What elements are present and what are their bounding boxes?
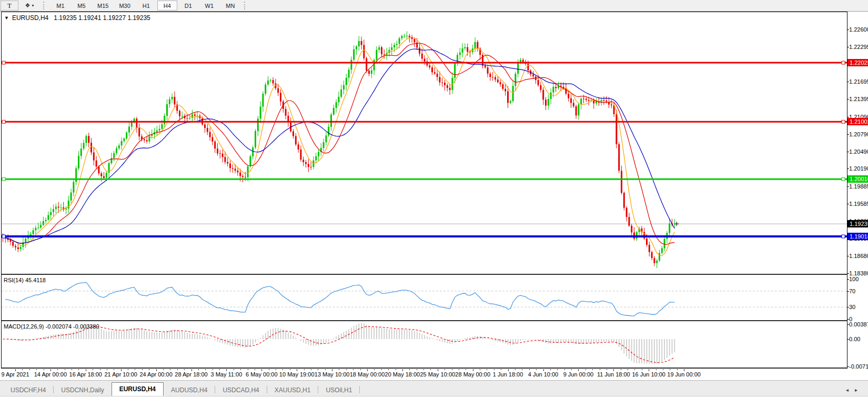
line-anchor[interactable] (842, 120, 845, 123)
line-anchor[interactable] (842, 235, 845, 238)
candle-body (565, 88, 567, 94)
candle-body (235, 168, 236, 171)
symbol-dropdown-icon[interactable]: ▼ (4, 15, 9, 21)
time-tick-minor (44, 369, 44, 370)
candle-body (403, 36, 405, 36)
candle-body (419, 48, 420, 54)
tab-usdcad[interactable]: USDCAD,H4 (215, 384, 266, 396)
line-anchor[interactable] (2, 61, 5, 64)
time-tick-minor (57, 369, 58, 370)
line-anchor[interactable] (842, 177, 845, 181)
timeframe-button-mn[interactable]: MN (220, 1, 240, 11)
candle-body (25, 239, 26, 242)
candle-body (159, 129, 160, 131)
candle-body (552, 87, 554, 93)
time-label: 19 Jun 00:00 (667, 371, 701, 378)
line-anchor[interactable] (2, 235, 5, 238)
time-label: 10 May 19:00 (279, 371, 315, 378)
price-chart[interactable] (2, 13, 847, 274)
candle-body (376, 50, 377, 60)
time-label: 16 Jun 10:00 (632, 371, 665, 378)
candle-body (421, 54, 423, 59)
candle-body (242, 176, 244, 177)
candle-body (164, 116, 165, 124)
time-tick-minor (142, 369, 143, 370)
timeframe-button-m30[interactable]: M30 (114, 1, 135, 11)
time-label: 6 May 00:00 (246, 371, 278, 378)
time-label: 21 Apr 10:00 (104, 371, 137, 378)
candle-body (603, 100, 604, 101)
price-line-flag: 1.21002 (847, 118, 868, 125)
line-anchor[interactable] (2, 177, 5, 181)
candle-body (434, 72, 436, 74)
candle-body (343, 85, 345, 90)
draw-tool-button[interactable]: ❖ ▾ (19, 1, 39, 11)
candle-body (15, 246, 16, 247)
candle-body (239, 172, 241, 176)
candle-body (424, 58, 426, 61)
timeframe-button-h4[interactable]: H4 (157, 1, 177, 11)
time-tick-minor (282, 369, 283, 370)
candle-body (578, 104, 579, 115)
timeframe-button-d1[interactable]: D1 (178, 1, 198, 11)
timeframe-button-m1[interactable]: M1 (51, 1, 70, 11)
tab-usoil[interactable]: USOil,H1 (318, 384, 359, 396)
candle-body (260, 106, 261, 118)
tab-audusd[interactable]: AUDUSD,H4 (164, 384, 215, 396)
tab-usdcnh[interactable]: USDCNH,Daily (54, 384, 111, 396)
line-anchor[interactable] (842, 61, 845, 64)
price-tick-label: 1.22295 (849, 44, 868, 51)
current-price-flag: 1.19235 (847, 220, 868, 227)
time-label: 18 May 00:00 (350, 371, 385, 378)
candle-body (361, 41, 362, 45)
candle-body (396, 44, 398, 45)
candle-body (323, 142, 325, 148)
time-tick-minor (388, 369, 389, 370)
candle-body (265, 84, 266, 93)
time-tick-minor (177, 369, 178, 370)
tab-scroll-right-icon[interactable]: ▸ (855, 387, 864, 393)
candle-body (494, 77, 496, 80)
time-tick-minor (522, 369, 522, 370)
toolbar-grip[interactable] (244, 2, 249, 9)
timeframe-button-h1[interactable]: H1 (136, 1, 156, 11)
candle-body (292, 131, 294, 136)
timeframe-button-w1[interactable]: W1 (199, 1, 219, 11)
tab-usdchf[interactable]: USDCHF,H4 (3, 384, 53, 396)
time-tick-minor (634, 369, 635, 370)
candle-body (401, 36, 402, 38)
candle-body (222, 154, 224, 157)
price-tick-label: 1.21695 (849, 78, 868, 85)
candle-body (504, 89, 506, 92)
candle-body (252, 147, 254, 156)
tab-scroll-left-icon[interactable]: ◂ (846, 387, 855, 393)
candle-body (431, 67, 433, 72)
moving-average-24 (3, 49, 675, 243)
timeframe-button-m5[interactable]: M5 (72, 1, 92, 11)
candle-body (50, 212, 52, 215)
candle-body (487, 67, 489, 74)
macd-panel[interactable] (2, 321, 847, 368)
candle-body (381, 47, 382, 54)
candle-body (189, 118, 190, 118)
chart-frame-top (1, 12, 847, 12)
timeframe-button-m15[interactable]: M15 (93, 1, 113, 11)
time-tick-minor (276, 369, 276, 370)
tab-xauusd[interactable]: XAUUSD,H1 (267, 384, 318, 396)
candle-body (12, 242, 14, 246)
candle-body (121, 141, 123, 145)
time-label: 3 May 11:00 (211, 371, 243, 378)
candle-body (308, 164, 309, 167)
toolbar-grip[interactable] (43, 2, 48, 9)
price-tick-label: 1.20790 (849, 131, 868, 138)
candle-body (88, 136, 89, 143)
panel-separator (2, 368, 847, 369)
rsi-panel[interactable] (2, 275, 847, 320)
candle-body (302, 160, 304, 162)
line-anchor[interactable] (2, 120, 5, 123)
candle-body (70, 193, 72, 201)
tab-eurusd[interactable]: EURUSD,H4 (112, 382, 164, 396)
candle-body (245, 177, 246, 177)
text-tool-button[interactable]: T (1, 1, 18, 11)
time-tick-minor (396, 369, 396, 370)
